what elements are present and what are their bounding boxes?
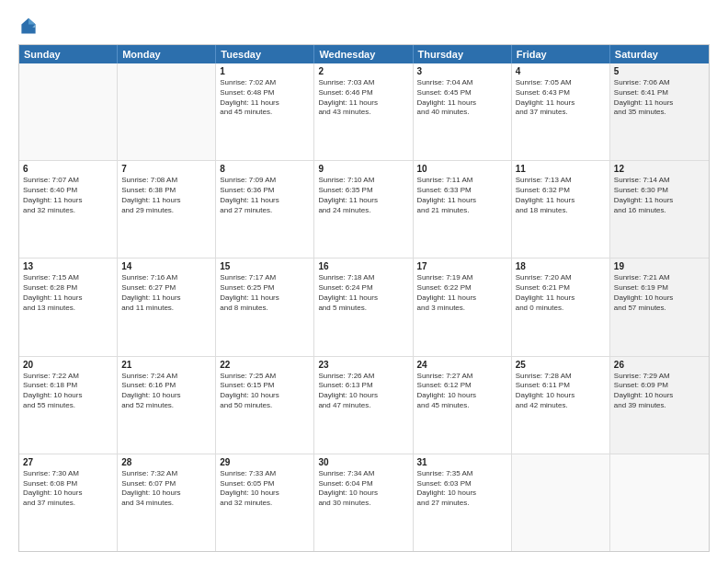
cell-text-line: and 8 minutes. — [220, 304, 310, 314]
cell-text-line: and 32 minutes. — [23, 206, 113, 216]
calendar-cell: 27Sunrise: 7:30 AMSunset: 6:08 PMDayligh… — [19, 454, 118, 551]
cell-text-line: Daylight: 11 hours — [417, 293, 507, 304]
day-number: 25 — [516, 360, 606, 370]
calendar-cell: 21Sunrise: 7:24 AMSunset: 6:16 PMDayligh… — [118, 357, 216, 454]
calendar-cell: 25Sunrise: 7:28 AMSunset: 6:11 PMDayligh… — [512, 357, 610, 454]
day-number: 14 — [121, 261, 211, 271]
calendar-cell: 10Sunrise: 7:11 AMSunset: 6:33 PMDayligh… — [414, 161, 512, 258]
cell-text-line: Sunrise: 7:18 AM — [318, 273, 408, 283]
cell-text-line: Sunrise: 7:10 AM — [318, 176, 408, 186]
cell-text-line: and 21 minutes. — [417, 206, 507, 216]
cell-text-line: and 37 minutes. — [23, 499, 113, 509]
weekday-header: Monday — [118, 45, 216, 63]
calendar-cell — [512, 454, 610, 551]
cell-text-line: Sunrise: 7:08 AM — [121, 176, 211, 186]
day-number: 10 — [417, 164, 507, 174]
cell-text-line: Sunrise: 7:11 AM — [417, 176, 507, 186]
cell-text-line: and 47 minutes. — [318, 401, 408, 411]
cell-text-line: Daylight: 10 hours — [318, 488, 408, 499]
cell-text-line: Sunset: 6:32 PM — [516, 186, 606, 196]
cell-text-line: Sunrise: 7:16 AM — [121, 273, 211, 283]
cell-text-line: Sunset: 6:45 PM — [417, 88, 507, 98]
cell-text-line: and 37 minutes. — [516, 108, 606, 118]
cell-text-line: Daylight: 10 hours — [417, 488, 507, 499]
calendar-cell: 17Sunrise: 7:19 AMSunset: 6:22 PMDayligh… — [414, 259, 512, 355]
calendar-cell: 26Sunrise: 7:29 AMSunset: 6:09 PMDayligh… — [610, 357, 709, 454]
day-number: 31 — [417, 457, 507, 467]
cell-text-line: Sunset: 6:22 PM — [417, 283, 507, 293]
weekday-header: Wednesday — [314, 45, 413, 63]
day-number: 23 — [318, 360, 408, 370]
cell-text-line: Sunset: 6:11 PM — [516, 381, 606, 391]
day-number: 17 — [417, 261, 507, 271]
day-number: 24 — [417, 360, 507, 370]
cell-text-line: and 35 minutes. — [614, 108, 705, 118]
calendar-cell: 13Sunrise: 7:15 AMSunset: 6:28 PMDayligh… — [19, 259, 118, 355]
calendar-cell: 2Sunrise: 7:03 AMSunset: 6:46 PMDaylight… — [314, 63, 413, 160]
calendar-cell: 31Sunrise: 7:35 AMSunset: 6:03 PMDayligh… — [414, 454, 512, 551]
calendar-cell: 30Sunrise: 7:34 AMSunset: 6:04 PMDayligh… — [314, 454, 413, 551]
calendar-cell: 20Sunrise: 7:22 AMSunset: 6:18 PMDayligh… — [19, 357, 118, 454]
calendar-cell — [19, 63, 118, 160]
cell-text-line: Sunrise: 7:14 AM — [614, 176, 705, 186]
cell-text-line: Sunset: 6:15 PM — [220, 381, 310, 391]
cell-text-line: Daylight: 10 hours — [23, 488, 113, 499]
calendar-row: 27Sunrise: 7:30 AMSunset: 6:08 PMDayligh… — [19, 454, 709, 551]
day-number: 13 — [23, 261, 113, 271]
cell-text-line: Sunset: 6:24 PM — [318, 283, 408, 293]
cell-text-line: and 13 minutes. — [23, 304, 113, 314]
logo — [18, 17, 42, 37]
cell-text-line: Daylight: 11 hours — [614, 196, 705, 206]
day-number: 20 — [23, 360, 113, 370]
cell-text-line: Sunrise: 7:05 AM — [516, 78, 606, 88]
cell-text-line: Sunset: 6:38 PM — [121, 186, 211, 196]
weekday-header: Tuesday — [216, 45, 314, 63]
cell-text-line: Sunset: 6:46 PM — [318, 88, 408, 98]
cell-text-line: Sunset: 6:25 PM — [220, 283, 310, 293]
cell-text-line: Sunrise: 7:03 AM — [318, 78, 408, 88]
cell-text-line: Sunset: 6:04 PM — [318, 479, 408, 489]
cell-text-line: Sunset: 6:03 PM — [417, 479, 507, 489]
calendar-cell: 5Sunrise: 7:06 AMSunset: 6:41 PMDaylight… — [610, 63, 709, 160]
cell-text-line: Daylight: 10 hours — [121, 391, 211, 401]
cell-text-line: Sunrise: 7:02 AM — [220, 78, 310, 88]
cell-text-line: Sunset: 6:33 PM — [417, 186, 507, 196]
cell-text-line: Daylight: 10 hours — [220, 488, 310, 499]
calendar-cell: 24Sunrise: 7:27 AMSunset: 6:12 PMDayligh… — [414, 357, 512, 454]
day-number: 19 — [614, 261, 705, 271]
day-number: 30 — [318, 457, 408, 467]
cell-text-line: Daylight: 11 hours — [121, 196, 211, 206]
calendar-row: 20Sunrise: 7:22 AMSunset: 6:18 PMDayligh… — [19, 357, 709, 454]
day-number: 11 — [516, 164, 606, 174]
cell-text-line: Daylight: 10 hours — [417, 391, 507, 401]
day-number: 3 — [417, 66, 507, 76]
cell-text-line: Sunset: 6:43 PM — [516, 88, 606, 98]
day-number: 5 — [614, 66, 705, 76]
calendar-cell — [118, 63, 216, 160]
calendar-cell: 15Sunrise: 7:17 AMSunset: 6:25 PMDayligh… — [216, 259, 314, 355]
cell-text-line: and 29 minutes. — [121, 206, 211, 216]
calendar-cell: 1Sunrise: 7:02 AMSunset: 6:48 PMDaylight… — [216, 63, 314, 160]
cell-text-line: and 30 minutes. — [318, 499, 408, 509]
cell-text-line: Sunrise: 7:09 AM — [220, 176, 310, 186]
day-number: 22 — [220, 360, 310, 370]
cell-text-line: Sunrise: 7:13 AM — [516, 176, 606, 186]
cell-text-line: Daylight: 11 hours — [417, 196, 507, 206]
cell-text-line: and 34 minutes. — [121, 499, 211, 509]
calendar-cell — [610, 454, 709, 551]
day-number: 7 — [121, 164, 211, 174]
cell-text-line: Daylight: 11 hours — [614, 98, 705, 109]
cell-text-line: and 27 minutes. — [220, 206, 310, 216]
cell-text-line: and 3 minutes. — [417, 304, 507, 314]
calendar-row: 13Sunrise: 7:15 AMSunset: 6:28 PMDayligh… — [19, 259, 709, 356]
day-number: 28 — [121, 457, 211, 467]
cell-text-line: and 45 minutes. — [417, 401, 507, 411]
cell-text-line: Sunset: 6:05 PM — [220, 479, 310, 489]
cell-text-line: and 5 minutes. — [318, 304, 408, 314]
calendar-cell: 12Sunrise: 7:14 AMSunset: 6:30 PMDayligh… — [610, 161, 709, 258]
day-number: 16 — [318, 261, 408, 271]
day-number: 18 — [516, 261, 606, 271]
cell-text-line: Sunrise: 7:28 AM — [516, 372, 606, 382]
cell-text-line: Daylight: 10 hours — [318, 391, 408, 401]
calendar-cell: 28Sunrise: 7:32 AMSunset: 6:07 PMDayligh… — [118, 454, 216, 551]
